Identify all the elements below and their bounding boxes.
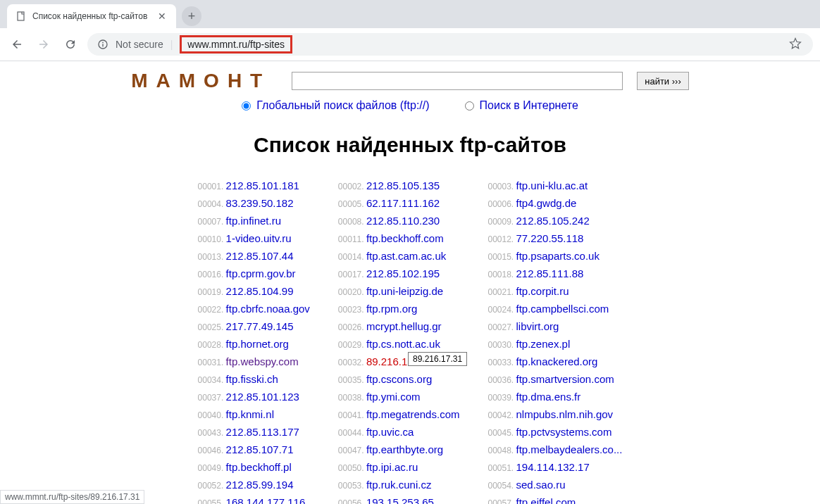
ftp-link[interactable]: ftp4.gwdg.de bbox=[516, 197, 577, 209]
ftp-link[interactable]: ftp.corpit.ru bbox=[516, 285, 569, 297]
ftp-item: 00042. nlmpubs.nlm.nih.gov bbox=[487, 407, 622, 423]
ftp-link[interactable]: ftp.cbrfc.noaa.gov bbox=[226, 303, 310, 315]
ftp-link[interactable]: 168.144.177.116 bbox=[226, 496, 306, 504]
ftp-link[interactable]: ftp.dma.ens.fr bbox=[516, 391, 581, 403]
ftp-link[interactable]: ftp.ruk.cuni.cz bbox=[366, 479, 432, 491]
ftp-link[interactable]: 212.85.110.230 bbox=[366, 215, 440, 227]
ftp-item: 00053. ftp.ruk.cuni.cz bbox=[338, 477, 460, 493]
radio-ftp[interactable]: Глобальный поиск файлов (ftp://) bbox=[242, 99, 429, 112]
radio-ftp-input[interactable] bbox=[242, 101, 251, 111]
hover-tooltip: 89.216.17.31 bbox=[408, 352, 467, 366]
ftp-item: 00026. mcrypt.hellug.gr bbox=[338, 319, 460, 335]
ftp-link[interactable]: ftp.ymi.com bbox=[366, 391, 421, 403]
ftp-link[interactable]: 83.239.50.182 bbox=[226, 197, 294, 209]
ftp-link[interactable]: ftp.webspy.com bbox=[226, 355, 299, 367]
search-button[interactable]: найти ››› bbox=[637, 72, 689, 90]
ftp-link[interactable]: 193.15.253.65 bbox=[366, 496, 434, 504]
ftp-link[interactable]: ftp.uni-leipzig.de bbox=[366, 285, 443, 297]
address-bar[interactable]: Not secure | www.mmnt.ru/ftp-sites bbox=[87, 33, 813, 56]
radio-internet-link[interactable]: Поиск в Интернете bbox=[480, 99, 578, 112]
ftp-item: 00011. ftp.beckhoff.com bbox=[338, 231, 460, 247]
ftp-item: 00051. 194.114.132.17 bbox=[487, 460, 622, 476]
ftp-link[interactable]: ftp.knmi.nl bbox=[226, 408, 274, 420]
ftp-link[interactable]: ftp.hornet.org bbox=[226, 338, 289, 350]
status-bar: www.mmnt.ru/ftp-sites/89.216.17.31 bbox=[0, 490, 144, 504]
info-icon[interactable] bbox=[97, 39, 108, 50]
ftp-link[interactable]: ftp.megatrends.com bbox=[366, 408, 460, 420]
ftp-link[interactable]: 77.220.55.118 bbox=[516, 232, 584, 244]
ftp-link[interactable]: ftp.fisski.ch bbox=[226, 373, 278, 385]
ftp-link[interactable]: 212.85.105.135 bbox=[366, 179, 440, 191]
tab-title: Список найденных ftp-сайтов bbox=[32, 11, 151, 21]
ftp-link[interactable]: ftp.earthbyte.org bbox=[366, 443, 443, 455]
ftp-link[interactable]: 212.85.113.177 bbox=[226, 426, 299, 438]
ftp-number: 00033. bbox=[487, 358, 516, 367]
forward-button[interactable] bbox=[34, 34, 54, 54]
ftp-link[interactable]: ftp.beckhoff.com bbox=[366, 232, 444, 244]
ftp-link[interactable]: ftp.cscons.org bbox=[366, 373, 432, 385]
ftp-item: 00043. 212.85.113.177 bbox=[198, 424, 310, 441]
ftp-link[interactable]: 212.85.107.71 bbox=[226, 443, 294, 455]
close-icon[interactable]: ✕ bbox=[156, 11, 168, 22]
radio-internet[interactable]: Поиск в Интернете bbox=[465, 99, 578, 112]
ftp-link[interactable]: 212.85.101.123 bbox=[226, 391, 299, 403]
ftp-link[interactable]: ftp.knackered.org bbox=[516, 355, 598, 367]
ftp-link[interactable]: 212.85.99.194 bbox=[226, 479, 294, 491]
ftp-link[interactable]: nlmpubs.nlm.nih.gov bbox=[516, 408, 614, 420]
ftp-item: 00010. 1-video.uitv.ru bbox=[198, 231, 310, 247]
radio-internet-input[interactable] bbox=[465, 101, 474, 111]
ftp-link[interactable]: ftp.rpm.org bbox=[366, 303, 418, 315]
header-row: МАМОНТ найти ››› bbox=[0, 70, 820, 92]
ftp-link[interactable]: 212.85.107.44 bbox=[226, 250, 294, 262]
ftp-link[interactable]: libvirt.org bbox=[516, 320, 559, 332]
radio-ftp-link[interactable]: Глобальный поиск файлов (ftp://) bbox=[256, 99, 429, 112]
ftp-number: 00024. bbox=[487, 305, 516, 315]
ftp-link[interactable]: ftp.pctvsystems.com bbox=[516, 426, 612, 438]
ftp-link[interactable]: ftp.campbellsci.com bbox=[516, 303, 609, 315]
reload-button[interactable] bbox=[61, 34, 80, 54]
ftp-number: 00012. bbox=[487, 234, 516, 244]
ftp-number: 00016. bbox=[198, 270, 226, 279]
ftp-number: 00051. bbox=[487, 463, 516, 473]
ftp-link[interactable]: ftp.smartversion.com bbox=[516, 373, 614, 385]
ftp-link[interactable]: ftp.ipi.ac.ru bbox=[366, 461, 418, 473]
back-button[interactable] bbox=[7, 34, 27, 54]
ftp-link[interactable]: 62.117.111.162 bbox=[366, 197, 440, 209]
ftp-column: 00003. ftp.uni-klu.ac.at00006. ftp4.gwdg… bbox=[487, 178, 622, 504]
ftp-item: 00016. ftp.cprm.gov.br bbox=[198, 266, 310, 282]
ftp-link[interactable]: 212.85.102.195 bbox=[366, 267, 440, 279]
ftp-link[interactable]: ftp.ast.cam.ac.uk bbox=[366, 250, 446, 262]
ftp-item: 00034. ftp.fisski.ch bbox=[198, 372, 310, 388]
ftp-link[interactable]: ftp.melbaydealers.co... bbox=[516, 443, 623, 455]
site-logo: МАМОНТ bbox=[131, 70, 278, 92]
ftp-link[interactable]: 212.85.101.181 bbox=[226, 179, 299, 191]
ftp-link[interactable]: mcrypt.hellug.gr bbox=[366, 320, 442, 332]
ftp-item: 00006. ftp4.gwdg.de bbox=[487, 196, 622, 212]
ftp-link[interactable]: ftp.cprm.gov.br bbox=[226, 267, 296, 279]
bookmark-icon[interactable] bbox=[789, 37, 803, 51]
ftp-link[interactable]: ftp.cs.nott.ac.uk bbox=[366, 338, 440, 350]
ftp-link[interactable]: 212.85.111.88 bbox=[516, 267, 584, 279]
new-tab-button[interactable]: + bbox=[182, 6, 201, 26]
ftp-link[interactable]: 212.85.105.242 bbox=[516, 215, 590, 227]
ftp-link[interactable]: 1-video.uitv.ru bbox=[226, 232, 292, 244]
ftp-number: 00032. bbox=[338, 358, 366, 367]
ftp-link[interactable]: ftp.beckhoff.pl bbox=[226, 461, 292, 473]
ftp-number: 00007. bbox=[198, 217, 226, 227]
ftp-link[interactable]: ftp.eiffel.com bbox=[516, 496, 576, 504]
browser-tab[interactable]: Список найденных ftp-сайтов ✕ bbox=[7, 4, 176, 28]
ftp-link[interactable]: ftp.psaparts.co.uk bbox=[516, 250, 600, 262]
ftp-number: 00015. bbox=[487, 252, 516, 262]
ftp-link[interactable]: ftp.uni-klu.ac.at bbox=[516, 179, 588, 191]
ftp-link[interactable]: ftp.zenex.pl bbox=[516, 338, 571, 350]
ftp-number: 00023. bbox=[338, 305, 366, 315]
ftp-link[interactable]: ftp.uvic.ca bbox=[366, 426, 414, 438]
ftp-link[interactable]: ftp.infinet.ru bbox=[226, 215, 281, 227]
ftp-number: 00057. bbox=[487, 498, 516, 504]
ftp-link[interactable]: sed.sao.ru bbox=[516, 479, 566, 491]
ftp-link[interactable]: 212.85.104.99 bbox=[226, 285, 294, 297]
ftp-link[interactable]: 194.114.132.17 bbox=[516, 461, 590, 473]
ftp-link[interactable]: 217.77.49.145 bbox=[226, 320, 294, 332]
ftp-item: 00031. ftp.webspy.com bbox=[198, 354, 310, 370]
search-input[interactable] bbox=[292, 72, 623, 90]
